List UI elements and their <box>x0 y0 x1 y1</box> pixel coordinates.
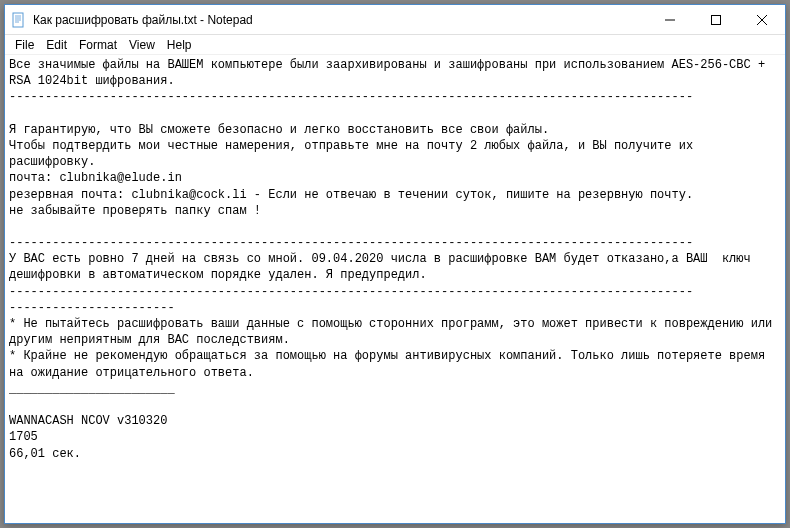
window-controls <box>647 5 785 34</box>
minimize-button[interactable] <box>647 5 693 34</box>
notepad-icon <box>11 12 27 28</box>
notepad-window: Как расшифровать файлы.txt - Notepad Fil… <box>4 4 786 524</box>
titlebar: Как расшифровать файлы.txt - Notepad <box>5 5 785 35</box>
close-button[interactable] <box>739 5 785 34</box>
window-title: Как расшифровать файлы.txt - Notepad <box>33 13 647 27</box>
menu-help[interactable]: Help <box>161 36 198 54</box>
maximize-button[interactable] <box>693 5 739 34</box>
text-area[interactable]: Все значимые файлы на ВАШЕМ компьютере б… <box>5 55 785 523</box>
menu-file[interactable]: File <box>9 36 40 54</box>
svg-rect-6 <box>712 15 721 24</box>
menu-format[interactable]: Format <box>73 36 123 54</box>
menu-edit[interactable]: Edit <box>40 36 73 54</box>
menubar: File Edit Format View Help <box>5 35 785 55</box>
menu-view[interactable]: View <box>123 36 161 54</box>
